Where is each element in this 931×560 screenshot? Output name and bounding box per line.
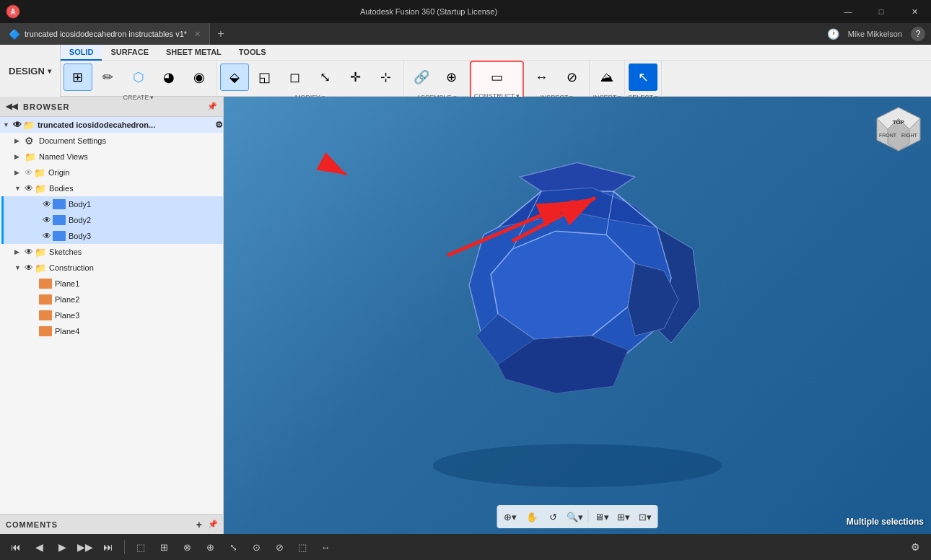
toolbar: DESIGN ▾ SOLID SURFACE SHEET METAL TOOLS… [0,45,931,97]
nav-cube[interactable]: TOP RIGHT FRONT [873,104,924,154]
revolve-button[interactable]: ◕ [154,64,183,91]
select-button[interactable]: ↖ [629,64,657,91]
viewport-bottom-toolbar: ⊕▾ ✋ ↺ 🔍▾ 🖥▾ ⊞▾ ⊡▾ [497,505,658,528]
fillet-button[interactable]: ◱ [250,64,279,91]
vp-orbit-button[interactable]: ↺ [543,508,564,525]
eye-bodies[interactable]: 👁 [25,183,33,193]
tab-close-icon[interactable]: ✕ [194,30,201,39]
new-tab-button[interactable]: + [210,23,232,45]
tree-item-plane2[interactable]: Plane2 [0,292,223,307]
tab-sheet-metal[interactable]: SHEET METAL [157,45,230,61]
joint-origin-button[interactable]: ⊕ [437,64,466,91]
more-create-button[interactable]: ◉ [185,64,214,91]
bottom-tool-8[interactable]: ⬚ [292,537,312,557]
vp-full-button[interactable]: ⊡▾ [635,508,655,525]
plane2-label: Plane2 [55,295,223,304]
insert-mesh-button[interactable]: ⛰ [593,64,621,91]
eye-body3[interactable]: 👁 [43,231,51,241]
close-button[interactable]: ✕ [898,0,931,23]
tree-item-body3[interactable]: 👁 Body3 [1,228,223,244]
offset-plane-button[interactable]: ▭ [483,64,512,91]
shell-button[interactable]: ◻ [281,64,310,91]
measure-button[interactable]: ↔ [527,64,556,91]
eye-body1[interactable]: 👁 [43,199,51,209]
eye-root[interactable]: 👁 [13,120,22,130]
tree-item-named-views[interactable]: ▶ 📁 Named Views [0,149,223,165]
create-sketch-button[interactable]: ✏ [94,64,123,91]
timeline-start-button[interactable]: ⏮ [6,537,26,557]
viewport[interactable]: TOP RIGHT FRONT [224,97,931,534]
doc-settings-label: Document Settings [39,136,223,145]
bottom-tool-3[interactable]: ⊗ [177,537,197,557]
bottom-tool-5[interactable]: ⤡ [223,537,243,557]
tab-tools[interactable]: TOOLS [230,45,275,61]
document-tab[interactable]: 🔷 truncated icosidodecahedron instructab… [0,23,210,45]
browser-collapse-button[interactable]: ◀◀ [6,102,17,111]
bottom-tool-4[interactable]: ⊕ [200,537,220,557]
bottom-tool-2[interactable]: ⊞ [154,537,174,557]
tab-surface[interactable]: SURFACE [102,45,157,61]
comments-pin-button[interactable]: 📌 [208,520,218,529]
folder-bodies-icon: 📁 [35,183,48,194]
tree-item-construction[interactable]: ▼ 👁 📁 Construction [0,260,223,276]
new-component-button[interactable]: ⊞ [64,64,92,91]
eye-body2[interactable]: 👁 [43,215,51,225]
help-button[interactable]: ? [911,27,925,41]
tab-solid[interactable]: SOLID [61,45,102,61]
tree-item-sketches[interactable]: ▶ 👁 📁 Sketches [0,244,223,260]
extrude-button[interactable]: ⬡ [124,64,153,91]
status-text: Multiple selections [847,517,924,527]
vp-display-button[interactable]: 🖥▾ [592,508,612,525]
bottom-tool-7[interactable]: ⊘ [269,537,289,557]
align-button[interactable]: ⊹ [372,64,401,91]
tree-item-plane4[interactable]: Plane4 [0,323,223,339]
body2-color-swatch [53,215,66,225]
bottom-tool-9[interactable]: ↔ [315,537,336,557]
body1-color-swatch [53,199,66,209]
scale-button[interactable]: ⤡ [311,64,340,91]
app-icon: A [0,4,26,19]
eye-origin[interactable]: 👁 [25,168,32,177]
joint-button[interactable]: 🔗 [407,64,436,91]
comments-add-button[interactable]: + [196,519,202,530]
history-button[interactable]: 🕐 [827,28,839,40]
create-group: ⊞ ✏ ⬡ ◕ ◉ CREATE [61,61,217,104]
interference-button[interactable]: ⊘ [557,64,586,91]
design-label: DESIGN [9,66,45,76]
design-button[interactable]: DESIGN ▾ [0,45,61,97]
select-buttons: ↖ [629,62,657,92]
timeline-end-button[interactable]: ⏭ [98,537,118,557]
vp-navigate-button[interactable]: ⊕▾ [500,508,520,525]
move-button[interactable]: ✛ [341,64,370,91]
named-views-label: Named Views [39,152,223,161]
plane1-label: Plane1 [55,279,223,288]
tree-item-bodies[interactable]: ▼ 👁 📁 Bodies [0,180,223,196]
tree-item-root[interactable]: ▼ 👁 📁 truncated icosidodecahedron... ⚙ [0,117,223,133]
tree-item-plane1[interactable]: Plane1 [0,276,223,292]
tree-item-plane3[interactable]: Plane3 [0,307,223,323]
vp-zoom-button[interactable]: 🔍▾ [565,508,585,525]
eye-sketches[interactable]: 👁 [25,247,33,257]
tree-item-doc-settings[interactable]: ▶ ⚙ Document Settings [0,133,223,149]
maximize-button[interactable]: □ [865,0,898,23]
timeline-play-button[interactable]: ▶ [52,537,72,557]
press-pull-button[interactable]: ⬙ [220,64,249,91]
eye-construction[interactable]: 👁 [25,263,33,273]
svg-text:FRONT: FRONT [879,133,897,138]
comments-label: COMMENTS [6,520,193,529]
expand-doc-arrow: ▶ [14,137,25,144]
mode-tabs: SOLID SURFACE SHEET METAL TOOLS [61,45,931,61]
vp-pan-button[interactable]: ✋ [522,508,542,525]
vp-grid-button[interactable]: ⊞▾ [613,508,634,525]
tree-item-body2[interactable]: 👁 Body2 [1,212,223,228]
timeline-prev-button[interactable]: ◀ [29,537,49,557]
root-settings[interactable]: ⚙ [215,120,223,130]
timeline-next-button[interactable]: ▶▶ [75,537,95,557]
minimize-button[interactable]: — [831,0,865,23]
bottom-tool-1[interactable]: ⬚ [131,537,151,557]
tree-item-origin[interactable]: ▶ 👁 📁 Origin [0,165,223,180]
bottom-settings-button[interactable]: ⚙ [905,537,925,557]
tree-item-body1[interactable]: 👁 Body1 [1,196,223,212]
expand-origin-arrow: ▶ [14,169,25,176]
bottom-tool-6[interactable]: ⊙ [246,537,266,557]
